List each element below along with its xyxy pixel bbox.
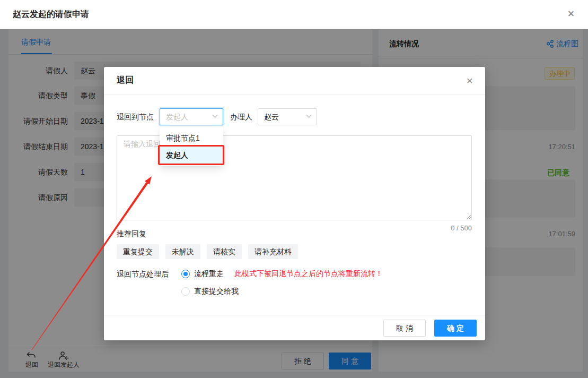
handler-select[interactable]: 赵云 <box>258 108 317 125</box>
suggest-chip[interactable]: 请补充材料 <box>248 244 298 259</box>
return-node-select[interactable]: 发起人 <box>160 108 223 125</box>
suggested-replies-label: 推荐回复 <box>117 229 146 239</box>
window-close-icon[interactable]: × <box>564 6 578 21</box>
return-modal-header: 退回 × <box>104 67 485 95</box>
radio-label-submit-to-me: 直接提交给我 <box>194 287 239 296</box>
cancel-button[interactable]: 取 消 <box>383 320 426 337</box>
window-title: 赵云发起的请假申请 <box>13 9 89 20</box>
handler-label: 办理人 <box>230 108 252 125</box>
resize-grip-icon[interactable] <box>466 214 471 219</box>
return-modal-title: 退回 <box>117 75 134 86</box>
char-counter: 0 / 500 <box>451 224 472 232</box>
suggested-replies: 重复提交 未解决 请核实 请补充材料 <box>117 244 298 259</box>
return-modal: 退回 × 退回到节点 发起人 办理人 赵云 请输入退回 0 / 500 推荐回复… <box>104 67 485 340</box>
modal-close-icon[interactable]: × <box>462 73 478 89</box>
radio-unselected-icon[interactable] <box>181 287 190 296</box>
radio-option-rerun-flow[interactable]: 流程重走 此模式下被回退节点之后的节点将重新流转！ <box>181 268 383 280</box>
window-header: 赵云发起的请假申请 × <box>0 0 588 29</box>
rerun-flow-warning: 此模式下被回退节点之后的节点将重新流转！ <box>234 269 383 279</box>
suggest-chip[interactable]: 请核实 <box>207 244 242 259</box>
after-return-label: 退回节点处理后 <box>117 268 169 280</box>
annotation-highlight-box <box>158 145 224 165</box>
chevron-down-icon <box>212 114 218 118</box>
suggest-chip[interactable]: 未解决 <box>165 244 200 259</box>
confirm-button[interactable]: 确 定 <box>434 320 477 337</box>
textarea-placeholder: 请输入退回 <box>124 140 161 149</box>
return-node-select-value: 发起人 <box>166 109 188 125</box>
dropdown-option-approval-node-1[interactable]: 审批节点1 <box>160 130 223 147</box>
suggest-chip[interactable]: 重复提交 <box>117 244 159 259</box>
return-modal-footer: 取 消 确 定 <box>104 315 485 340</box>
radio-label-rerun-flow: 流程重走 <box>194 269 224 279</box>
handler-select-value: 赵云 <box>264 109 279 125</box>
chevron-down-icon <box>306 114 312 118</box>
return-node-label: 退回到节点 <box>117 108 154 125</box>
radio-selected-icon[interactable] <box>181 270 190 278</box>
radio-option-submit-to-me[interactable]: 直接提交给我 <box>181 286 239 297</box>
